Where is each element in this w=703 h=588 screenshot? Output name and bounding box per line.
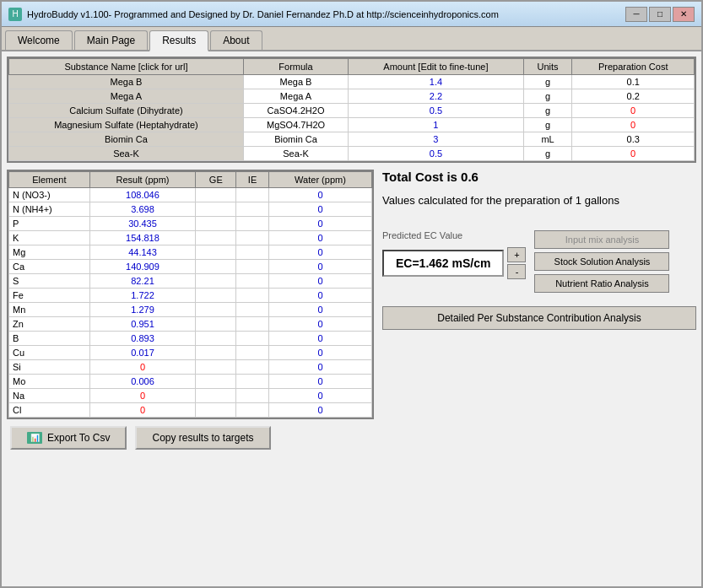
- tab-results[interactable]: Results: [149, 30, 208, 51]
- total-cost: Total Cost is 0.6: [382, 170, 696, 184]
- nutrient-ratio-button[interactable]: Nutrient Ratio Analysis: [534, 274, 669, 293]
- formula-cell: Mega B: [243, 75, 348, 89]
- ie-cell: [236, 245, 269, 260]
- water-cell: 0: [268, 360, 371, 375]
- ie-cell: [236, 317, 269, 332]
- element-row: Si 0 0: [9, 360, 372, 375]
- tab-about[interactable]: About: [210, 30, 262, 50]
- col-ie: IE: [236, 172, 269, 188]
- substance-row: Biomin Ca Biomin Ca 3 mL 0.3: [9, 132, 695, 147]
- analysis-buttons: Input mix analysis Stock Solution Analys…: [534, 230, 669, 293]
- element-row: Mg 44.143 0: [9, 245, 372, 260]
- units-cell: g: [523, 104, 572, 118]
- element-row: K 154.818 0: [9, 231, 372, 245]
- ie-cell: [236, 260, 269, 274]
- amount-cell[interactable]: 1: [349, 118, 524, 132]
- result-cell: 154.818: [89, 231, 196, 245]
- ie-cell: [236, 346, 269, 360]
- ge-cell: [196, 274, 236, 289]
- substance-name-cell[interactable]: Biomin Ca: [9, 132, 244, 147]
- units-cell: g: [523, 147, 572, 161]
- ec-value: EC=1.462 mS/cm: [382, 250, 504, 277]
- cost-cell: 0.3: [572, 132, 695, 147]
- minimize-button[interactable]: ─: [625, 7, 647, 22]
- water-cell: 0: [268, 375, 371, 389]
- amount-cell[interactable]: 3: [349, 132, 524, 147]
- units-cell: g: [523, 118, 572, 132]
- amount-cell[interactable]: 0.5: [349, 147, 524, 161]
- ge-cell: [196, 303, 236, 317]
- element-cell: Mo: [9, 375, 90, 389]
- element-cell: Cl: [9, 403, 90, 418]
- element-cell: Si: [9, 360, 90, 375]
- result-cell: 0.893: [89, 332, 196, 346]
- element-row: P 30.435 0: [9, 217, 372, 231]
- col-ge: GE: [196, 172, 236, 188]
- formula-cell: Mega A: [243, 89, 348, 104]
- water-cell: 0: [268, 260, 371, 274]
- units-cell: g: [523, 75, 572, 89]
- input-mix-button[interactable]: Input mix analysis: [534, 230, 669, 249]
- ge-cell: [196, 245, 236, 260]
- title-bar-left: H HydroBuddy v1.100- Programmed and Desi…: [8, 8, 499, 21]
- copy-results-button[interactable]: Copy results to targets: [135, 426, 270, 450]
- title-bar-controls[interactable]: ─ □ ✕: [625, 7, 695, 22]
- tab-bar: Welcome Main Page Results About: [2, 27, 701, 51]
- result-cell: 3.698: [89, 202, 196, 217]
- element-row: Mo 0.006 0: [9, 375, 372, 389]
- export-label: Export To Csv: [47, 432, 110, 444]
- detailed-analysis-button[interactable]: Detailed Per Substance Contribution Anal…: [382, 306, 696, 330]
- element-row: N (NH4+) 3.698 0: [9, 202, 372, 217]
- water-cell: 0: [268, 231, 371, 245]
- col-amount: Amount [Edit to fine-tune]: [349, 59, 524, 75]
- result-cell: 0.006: [89, 375, 196, 389]
- export-csv-button[interactable]: 📊 Export To Csv: [10, 426, 127, 450]
- result-cell: 1.279: [89, 303, 196, 317]
- element-row: Zn 0.951 0: [9, 317, 372, 332]
- ec-minus-button[interactable]: -: [507, 264, 526, 279]
- app-icon: H: [8, 8, 22, 21]
- element-cell: Mn: [9, 303, 90, 317]
- substance-name-cell[interactable]: Magnesium Sulfate (Heptahydrate): [9, 118, 244, 132]
- stock-solution-button[interactable]: Stock Solution Analysis: [534, 252, 669, 271]
- maximize-button[interactable]: □: [649, 7, 671, 22]
- close-button[interactable]: ✕: [673, 7, 695, 22]
- amount-cell[interactable]: 0.5: [349, 104, 524, 118]
- substance-name-cell[interactable]: Mega B: [9, 75, 244, 89]
- element-table: Element Result (ppm) GE IE Water (ppm) N…: [8, 171, 372, 418]
- element-table-container: Element Result (ppm) GE IE Water (ppm) N…: [7, 170, 374, 419]
- ie-cell: [236, 360, 269, 375]
- water-cell: 0: [268, 188, 371, 202]
- element-cell: Ca: [9, 260, 90, 274]
- substance-name-cell[interactable]: Sea-K: [9, 147, 244, 161]
- amount-cell[interactable]: 1.4: [349, 75, 524, 89]
- cost-cell: 0: [572, 118, 695, 132]
- cost-cell: 0: [572, 147, 695, 161]
- amount-cell[interactable]: 2.2: [349, 89, 524, 104]
- ie-cell: [236, 375, 269, 389]
- substance-name-cell[interactable]: Mega A: [9, 89, 244, 104]
- footer-bar: 📊 Export To Csv Copy results to targets: [7, 426, 696, 450]
- result-cell: 44.143: [89, 245, 196, 260]
- element-cell: Zn: [9, 317, 90, 332]
- app-title: HydroBuddy v1.100- Programmed and Design…: [27, 9, 499, 19]
- element-cell: Cu: [9, 346, 90, 360]
- col-substance-name: Substance Name [click for url]: [9, 59, 244, 75]
- formula-cell: CaSO4.2H2O: [243, 104, 348, 118]
- ie-cell: [236, 389, 269, 403]
- result-cell: 0: [89, 389, 196, 403]
- ge-cell: [196, 375, 236, 389]
- ec-plus-button[interactable]: +: [507, 247, 526, 262]
- water-cell: 0: [268, 274, 371, 289]
- substance-name-cell[interactable]: Calcium Sulfate (Dihydrate): [9, 104, 244, 118]
- element-row: S 82.21 0: [9, 274, 372, 289]
- col-formula: Formula: [243, 59, 348, 75]
- tab-welcome[interactable]: Welcome: [5, 30, 73, 50]
- element-row: N (NO3-) 108.046 0: [9, 188, 372, 202]
- cost-cell: 0: [572, 104, 695, 118]
- export-icon: 📊: [27, 432, 42, 444]
- cost-cell: 0.1: [572, 75, 695, 89]
- element-cell: N (NO3-): [9, 188, 90, 202]
- element-cell: Mg: [9, 245, 90, 260]
- tab-main-page[interactable]: Main Page: [74, 30, 148, 50]
